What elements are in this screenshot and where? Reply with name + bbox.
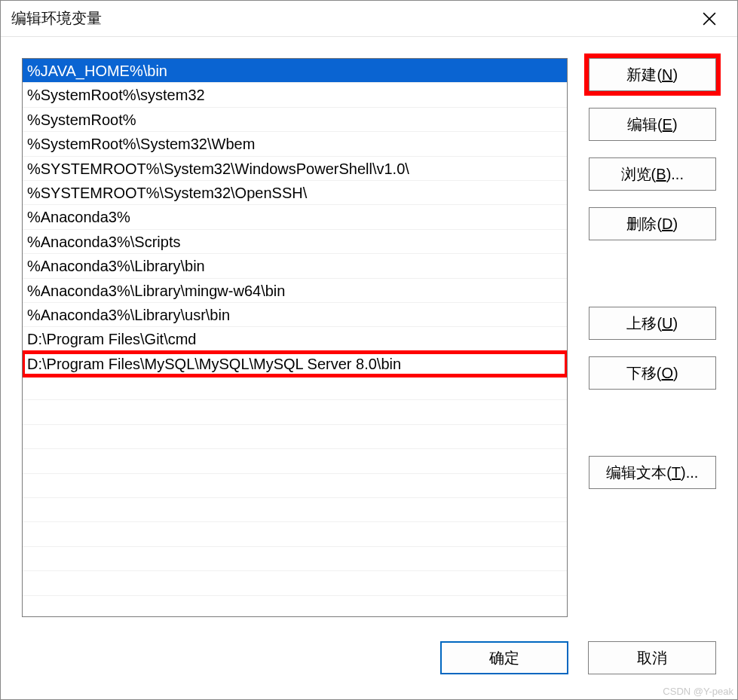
browse-button[interactable]: 浏览(B)... <box>589 157 716 191</box>
list-item[interactable]: %SYSTEMROOT%\System32\OpenSSH\ <box>23 181 567 205</box>
list-item-empty[interactable] <box>23 498 567 522</box>
list-item[interactable]: %Anaconda3%\Scripts <box>23 230 567 254</box>
close-icon <box>703 12 716 26</box>
close-button[interactable] <box>692 2 727 36</box>
list-item[interactable]: %Anaconda3%\Library\bin <box>23 254 567 278</box>
list-item[interactable]: D:\Program Files\Git\cmd <box>23 327 567 351</box>
list-item[interactable]: %SystemRoot%\System32\Wbem <box>23 132 567 156</box>
titlebar: 编辑环境变量 <box>1 1 737 37</box>
list-item[interactable]: D:\Program Files\MySQL\MySQL\MySQL Serve… <box>23 352 567 376</box>
move-up-button[interactable]: 上移(U) <box>589 307 716 340</box>
list-item[interactable]: %SYSTEMROOT%\System32\WindowsPowerShell\… <box>23 157 567 181</box>
list-item-empty[interactable] <box>23 425 567 449</box>
path-listbox[interactable]: %JAVA_HOME%\bin%SystemRoot%\system32%Sys… <box>22 58 568 617</box>
button-spacer <box>589 257 716 290</box>
side-buttons: 新建(N) 编辑(E) 浏览(B)... 删除(D) 上移(U) 下移(O) 编… <box>589 58 716 624</box>
list-item[interactable]: %SystemRoot% <box>23 108 567 132</box>
list-item-empty[interactable] <box>23 400 567 424</box>
list-item-empty[interactable] <box>23 547 567 571</box>
button-spacer <box>589 406 716 439</box>
list-item-empty[interactable] <box>23 522 567 546</box>
dialog-title: 编辑环境变量 <box>11 8 102 29</box>
list-item[interactable]: %Anaconda3%\Library\usr\bin <box>23 303 567 327</box>
list-item[interactable]: %Anaconda3%\Library\mingw-w64\bin <box>23 279 567 303</box>
dialog-content: %JAVA_HOME%\bin%SystemRoot%\system32%Sys… <box>1 37 737 639</box>
ok-button[interactable]: 确定 <box>440 641 568 674</box>
cancel-button[interactable]: 取消 <box>588 641 716 674</box>
delete-button[interactable]: 删除(D) <box>589 207 716 240</box>
new-button[interactable]: 新建(N) <box>589 58 716 91</box>
list-item-empty[interactable] <box>23 449 567 473</box>
list-item-empty[interactable] <box>23 571 567 595</box>
list-item-empty[interactable] <box>23 474 567 498</box>
dialog-window: 编辑环境变量 %JAVA_HOME%\bin%SystemRoot%\syste… <box>0 0 738 700</box>
move-down-button[interactable]: 下移(O) <box>589 356 716 390</box>
dialog-bottom-row: 确定 取消 <box>1 639 737 699</box>
list-item[interactable]: %Anaconda3% <box>23 205 567 229</box>
list-item[interactable]: %SystemRoot%\system32 <box>23 83 567 107</box>
list-item[interactable]: %JAVA_HOME%\bin <box>23 59 567 83</box>
edit-text-button[interactable]: 编辑文本(T)... <box>589 456 716 489</box>
list-item-empty[interactable] <box>23 376 567 400</box>
edit-button[interactable]: 编辑(E) <box>589 108 716 141</box>
